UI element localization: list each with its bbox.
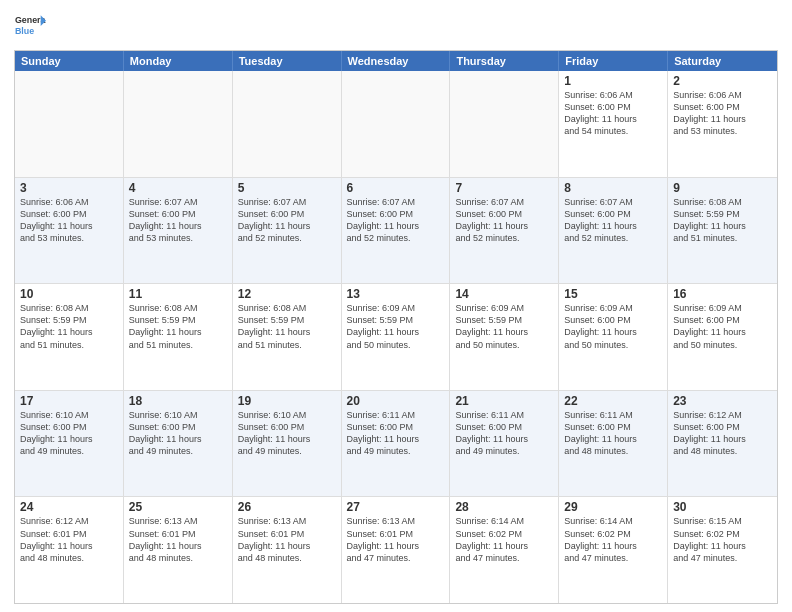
day-info: Sunrise: 6:12 AM Sunset: 6:00 PM Dayligh…: [673, 409, 772, 458]
calendar-body: 1Sunrise: 6:06 AM Sunset: 6:00 PM Daylig…: [15, 71, 777, 603]
day-cell-2[interactable]: 2Sunrise: 6:06 AM Sunset: 6:00 PM Daylig…: [668, 71, 777, 177]
day-cell-13[interactable]: 13Sunrise: 6:09 AM Sunset: 5:59 PM Dayli…: [342, 284, 451, 390]
day-info: Sunrise: 6:14 AM Sunset: 6:02 PM Dayligh…: [564, 515, 662, 564]
day-cell-28[interactable]: 28Sunrise: 6:14 AM Sunset: 6:02 PM Dayli…: [450, 497, 559, 603]
day-cell-18[interactable]: 18Sunrise: 6:10 AM Sunset: 6:00 PM Dayli…: [124, 391, 233, 497]
calendar-row-5: 24Sunrise: 6:12 AM Sunset: 6:01 PM Dayli…: [15, 496, 777, 603]
day-number: 11: [129, 287, 227, 301]
day-cell-5[interactable]: 5Sunrise: 6:07 AM Sunset: 6:00 PM Daylig…: [233, 178, 342, 284]
day-number: 29: [564, 500, 662, 514]
day-cell-14[interactable]: 14Sunrise: 6:09 AM Sunset: 5:59 PM Dayli…: [450, 284, 559, 390]
empty-cell: [233, 71, 342, 177]
day-cell-29[interactable]: 29Sunrise: 6:14 AM Sunset: 6:02 PM Dayli…: [559, 497, 668, 603]
weekday-header-thursday: Thursday: [450, 51, 559, 71]
day-info: Sunrise: 6:09 AM Sunset: 5:59 PM Dayligh…: [347, 302, 445, 351]
day-number: 19: [238, 394, 336, 408]
day-cell-27[interactable]: 27Sunrise: 6:13 AM Sunset: 6:01 PM Dayli…: [342, 497, 451, 603]
day-cell-20[interactable]: 20Sunrise: 6:11 AM Sunset: 6:00 PM Dayli…: [342, 391, 451, 497]
day-number: 16: [673, 287, 772, 301]
calendar-row-4: 17Sunrise: 6:10 AM Sunset: 6:00 PM Dayli…: [15, 390, 777, 497]
day-info: Sunrise: 6:08 AM Sunset: 5:59 PM Dayligh…: [20, 302, 118, 351]
day-cell-21[interactable]: 21Sunrise: 6:11 AM Sunset: 6:00 PM Dayli…: [450, 391, 559, 497]
day-number: 7: [455, 181, 553, 195]
day-info: Sunrise: 6:13 AM Sunset: 6:01 PM Dayligh…: [347, 515, 445, 564]
day-cell-9[interactable]: 9Sunrise: 6:08 AM Sunset: 5:59 PM Daylig…: [668, 178, 777, 284]
day-number: 17: [20, 394, 118, 408]
day-info: Sunrise: 6:07 AM Sunset: 6:00 PM Dayligh…: [129, 196, 227, 245]
day-number: 2: [673, 74, 772, 88]
day-number: 9: [673, 181, 772, 195]
day-info: Sunrise: 6:10 AM Sunset: 6:00 PM Dayligh…: [20, 409, 118, 458]
calendar-row-1: 1Sunrise: 6:06 AM Sunset: 6:00 PM Daylig…: [15, 71, 777, 177]
weekday-header-monday: Monday: [124, 51, 233, 71]
day-info: Sunrise: 6:08 AM Sunset: 5:59 PM Dayligh…: [238, 302, 336, 351]
day-info: Sunrise: 6:08 AM Sunset: 5:59 PM Dayligh…: [129, 302, 227, 351]
day-number: 12: [238, 287, 336, 301]
day-number: 22: [564, 394, 662, 408]
day-cell-10[interactable]: 10Sunrise: 6:08 AM Sunset: 5:59 PM Dayli…: [15, 284, 124, 390]
day-cell-19[interactable]: 19Sunrise: 6:10 AM Sunset: 6:00 PM Dayli…: [233, 391, 342, 497]
day-info: Sunrise: 6:11 AM Sunset: 6:00 PM Dayligh…: [455, 409, 553, 458]
day-cell-7[interactable]: 7Sunrise: 6:07 AM Sunset: 6:00 PM Daylig…: [450, 178, 559, 284]
empty-cell: [342, 71, 451, 177]
day-number: 13: [347, 287, 445, 301]
day-info: Sunrise: 6:09 AM Sunset: 5:59 PM Dayligh…: [455, 302, 553, 351]
day-info: Sunrise: 6:07 AM Sunset: 6:00 PM Dayligh…: [238, 196, 336, 245]
day-number: 26: [238, 500, 336, 514]
day-cell-8[interactable]: 8Sunrise: 6:07 AM Sunset: 6:00 PM Daylig…: [559, 178, 668, 284]
day-info: Sunrise: 6:07 AM Sunset: 6:00 PM Dayligh…: [455, 196, 553, 245]
day-info: Sunrise: 6:08 AM Sunset: 5:59 PM Dayligh…: [673, 196, 772, 245]
day-cell-11[interactable]: 11Sunrise: 6:08 AM Sunset: 5:59 PM Dayli…: [124, 284, 233, 390]
day-number: 28: [455, 500, 553, 514]
day-cell-24[interactable]: 24Sunrise: 6:12 AM Sunset: 6:01 PM Dayli…: [15, 497, 124, 603]
day-info: Sunrise: 6:06 AM Sunset: 6:00 PM Dayligh…: [564, 89, 662, 138]
day-cell-17[interactable]: 17Sunrise: 6:10 AM Sunset: 6:00 PM Dayli…: [15, 391, 124, 497]
day-cell-1[interactable]: 1Sunrise: 6:06 AM Sunset: 6:00 PM Daylig…: [559, 71, 668, 177]
day-cell-22[interactable]: 22Sunrise: 6:11 AM Sunset: 6:00 PM Dayli…: [559, 391, 668, 497]
page: General Blue SundayMondayTuesdayWednesda…: [0, 0, 792, 612]
day-number: 20: [347, 394, 445, 408]
logo-icon: General Blue: [14, 10, 46, 42]
day-cell-3[interactable]: 3Sunrise: 6:06 AM Sunset: 6:00 PM Daylig…: [15, 178, 124, 284]
empty-cell: [450, 71, 559, 177]
day-info: Sunrise: 6:14 AM Sunset: 6:02 PM Dayligh…: [455, 515, 553, 564]
empty-cell: [124, 71, 233, 177]
day-info: Sunrise: 6:09 AM Sunset: 6:00 PM Dayligh…: [564, 302, 662, 351]
calendar-row-2: 3Sunrise: 6:06 AM Sunset: 6:00 PM Daylig…: [15, 177, 777, 284]
day-info: Sunrise: 6:07 AM Sunset: 6:00 PM Dayligh…: [347, 196, 445, 245]
empty-cell: [15, 71, 124, 177]
day-info: Sunrise: 6:06 AM Sunset: 6:00 PM Dayligh…: [673, 89, 772, 138]
day-number: 25: [129, 500, 227, 514]
day-cell-30[interactable]: 30Sunrise: 6:15 AM Sunset: 6:02 PM Dayli…: [668, 497, 777, 603]
day-number: 3: [20, 181, 118, 195]
day-info: Sunrise: 6:12 AM Sunset: 6:01 PM Dayligh…: [20, 515, 118, 564]
day-info: Sunrise: 6:11 AM Sunset: 6:00 PM Dayligh…: [347, 409, 445, 458]
day-number: 15: [564, 287, 662, 301]
weekday-header-sunday: Sunday: [15, 51, 124, 71]
day-cell-23[interactable]: 23Sunrise: 6:12 AM Sunset: 6:00 PM Dayli…: [668, 391, 777, 497]
day-number: 5: [238, 181, 336, 195]
day-cell-26[interactable]: 26Sunrise: 6:13 AM Sunset: 6:01 PM Dayli…: [233, 497, 342, 603]
day-number: 18: [129, 394, 227, 408]
day-cell-6[interactable]: 6Sunrise: 6:07 AM Sunset: 6:00 PM Daylig…: [342, 178, 451, 284]
day-info: Sunrise: 6:11 AM Sunset: 6:00 PM Dayligh…: [564, 409, 662, 458]
day-number: 8: [564, 181, 662, 195]
day-info: Sunrise: 6:10 AM Sunset: 6:00 PM Dayligh…: [129, 409, 227, 458]
day-number: 6: [347, 181, 445, 195]
day-number: 24: [20, 500, 118, 514]
day-info: Sunrise: 6:06 AM Sunset: 6:00 PM Dayligh…: [20, 196, 118, 245]
day-info: Sunrise: 6:10 AM Sunset: 6:00 PM Dayligh…: [238, 409, 336, 458]
day-cell-15[interactable]: 15Sunrise: 6:09 AM Sunset: 6:00 PM Dayli…: [559, 284, 668, 390]
day-cell-25[interactable]: 25Sunrise: 6:13 AM Sunset: 6:01 PM Dayli…: [124, 497, 233, 603]
weekday-header-friday: Friday: [559, 51, 668, 71]
day-info: Sunrise: 6:13 AM Sunset: 6:01 PM Dayligh…: [129, 515, 227, 564]
day-info: Sunrise: 6:13 AM Sunset: 6:01 PM Dayligh…: [238, 515, 336, 564]
day-number: 1: [564, 74, 662, 88]
day-cell-16[interactable]: 16Sunrise: 6:09 AM Sunset: 6:00 PM Dayli…: [668, 284, 777, 390]
day-info: Sunrise: 6:09 AM Sunset: 6:00 PM Dayligh…: [673, 302, 772, 351]
day-cell-12[interactable]: 12Sunrise: 6:08 AM Sunset: 5:59 PM Dayli…: [233, 284, 342, 390]
weekday-header-tuesday: Tuesday: [233, 51, 342, 71]
day-number: 30: [673, 500, 772, 514]
calendar-header: SundayMondayTuesdayWednesdayThursdayFrid…: [15, 51, 777, 71]
day-cell-4[interactable]: 4Sunrise: 6:07 AM Sunset: 6:00 PM Daylig…: [124, 178, 233, 284]
